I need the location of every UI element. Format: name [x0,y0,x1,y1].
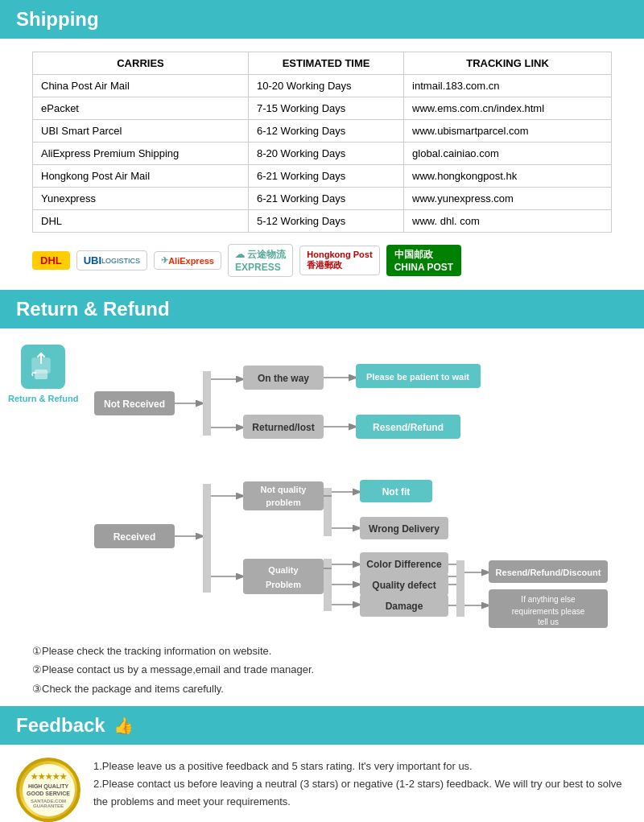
table-cell: 10-20 Working Days [248,75,403,97]
return-note: ①Please check the tracking information o… [32,642,612,660]
table-cell: www.ems.com.cn/index.html [404,97,612,120]
wrong-delivery-label: Wrong Delivery [369,523,440,535]
feedback-icon: 👍 [114,716,134,735]
hkpost-logo: Hongkong Post香港郵政 [299,246,379,275]
cainiao-logo: ☁ 云途物流EXPRESS [228,244,293,277]
color-diff-label: Color Difference [367,559,443,570]
table-row: China Post Air Mail10-20 Working Daysint… [33,75,612,97]
table-row: AliExpress Premium Shipping8-20 Working … [33,143,612,165]
return-title: Return & Refund [16,298,170,320]
returned-lost-label: Returned/lost [253,422,315,433]
table-cell: www. dhl. com [404,210,612,233]
chinapost-logo: 中国邮政CHINA POST [386,245,462,276]
shipping-title: Shipping [16,8,99,31]
table-cell: www.ubismartparcel.com [404,120,612,143]
col-tracking: TRACKING LINK [404,52,612,75]
table-row: Yunexpress6-21 Working Dayswww.yunexpres… [33,188,612,210]
damage-label: Damage [386,601,423,612]
table-row: UBI Smart Parcel6-12 Working Dayswww.ubi… [33,120,612,143]
not-quality-label2: problem [266,498,302,507]
branch-received [203,484,211,593]
quality-defect-label: Quality defect [373,580,436,591]
table-cell: 7-15 Working Days [248,97,403,120]
resend-refund-discount-label: Resend/Refund/Discount [496,568,601,577]
anything-else-label1: If anything else [522,595,576,604]
table-row: ePacket7-15 Working Dayswww.ems.com.cn/i… [33,97,612,120]
feedback-content: ★★★★★ HIGH QUALITYGOOD SERVICE SANTADE.C… [0,745,644,822]
return-notes: ①Please check the tracking information o… [0,642,644,706]
feedback-header: Feedback 👍 [0,706,644,745]
table-cell: UBI Smart Parcel [33,120,249,143]
quality-problem-label1: Quality [269,565,299,575]
feedback-point: 2.Please contact us before leaving a neu… [93,775,628,811]
not-fit-label: Not fit [382,486,411,498]
table-cell: 6-12 Working Days [248,120,403,143]
return-note: ②Please contact us by a message,email an… [32,660,612,679]
svg-rect-1 [35,370,47,379]
on-the-way-label: On the way [258,373,309,384]
carrier-logos: DHL UBILOGISTICS ✈ AliExpress ☁ 云途物流EXPR… [32,244,612,277]
table-cell: ePacket [33,97,249,120]
table-cell: Hongkong Post Air Mail [33,165,249,188]
return-label: Return & Refund [8,394,78,403]
table-cell: DHL [33,210,249,233]
table-row: DHL5-12 Working Dayswww. dhl. com [33,210,612,233]
feedback-section: Feedback 👍 ★★★★★ HIGH QUALITYGOOD SERVIC… [0,706,644,822]
table-row: Hongkong Post Air Mail6-21 Working Daysw… [33,165,612,188]
flowchart-svg: Not Received On the way Returned/lost [86,335,634,633]
anything-else-label3: tell us [538,618,559,626]
branch-quality [324,559,332,611]
ubi-logo: UBILOGISTICS [76,250,147,271]
not-received-label: Not Received [104,399,165,410]
shipping-header: Shipping [0,0,644,39]
return-section: Return & Refund Return & Refund [0,290,644,706]
quality-problem-label2: Problem [266,580,301,589]
feedback-point: 1.Please leave us a positive feedback an… [93,758,628,775]
table-cell: intmail.183.com.cn [404,75,612,97]
table-cell: 6-21 Working Days [248,188,403,210]
branch-quality-right [456,560,464,617]
branch-notquality [324,488,332,536]
table-cell: 5-12 Working Days [248,210,403,233]
table-cell: 6-21 Working Days [248,165,403,188]
return-icon-area: Return & Refund [8,328,78,403]
return-icon [21,345,65,389]
table-cell: China Post Air Mail [33,75,249,97]
shipping-section: Shipping CARRIES ESTIMATED TIME TRACKING… [0,0,644,290]
carriers-table: CARRIES ESTIMATED TIME TRACKING LINK Chi… [32,52,612,233]
badge-inner: ★★★★★ HIGH QUALITYGOOD SERVICE SANTADE.C… [23,764,75,816]
quality-badge: ★★★★★ HIGH QUALITYGOOD SERVICE SANTADE.C… [16,758,80,822]
return-header: Return & Refund [0,290,644,328]
resend-refund-top-label: Resend/Refund [373,422,444,433]
table-cell: 8-20 Working Days [248,143,403,165]
return-note: ③Check the package and items carefully. [32,679,612,698]
flow-diagram-area: Return & Refund Not Received [0,328,644,642]
anything-else-label2: requirements please [512,607,585,616]
col-time: ESTIMATED TIME [248,52,403,75]
received-label: Received [114,531,156,543]
table-cell: www.yunexpress.com [404,188,612,210]
flowchart-container: Not Received On the way Returned/lost [86,328,636,642]
feedback-text-container: 1.Please leave us a positive feedback an… [93,758,628,811]
shipping-content: CARRIES ESTIMATED TIME TRACKING LINK Chi… [0,39,644,290]
aliexpress-logo: ✈ AliExpress [154,251,221,270]
table-cell: global.cainiao.com [404,143,612,165]
table-cell: AliExpress Premium Shipping [33,143,249,165]
branch-notreceived [203,371,211,436]
table-cell: www.hongkongpost.hk [404,165,612,188]
feedback-title: Feedback [16,714,105,737]
be-patient-label: Please be patient to wait [367,372,470,382]
not-quality-label: Not quality [261,485,308,494]
dhl-logo: DHL [32,251,70,270]
table-cell: Yunexpress [33,188,249,210]
col-carriers: CARRIES [33,52,249,75]
